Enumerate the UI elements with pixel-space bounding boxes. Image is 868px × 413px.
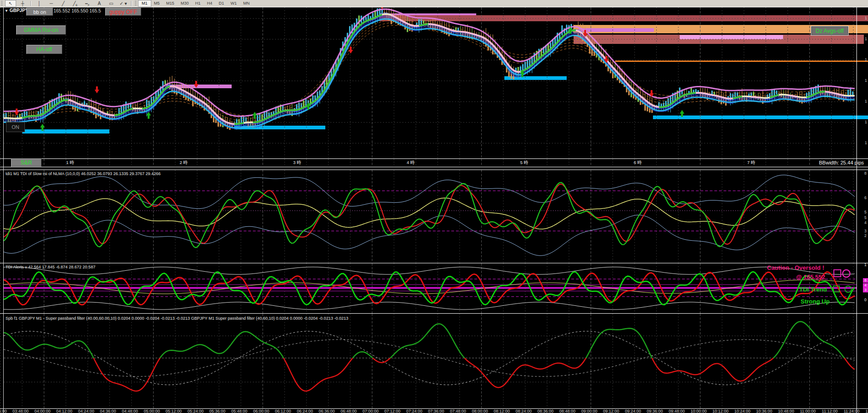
time-axis-label: 06:24:00: [297, 409, 313, 413]
price-axis-fragment: 1: [865, 78, 867, 83]
price-axis-fragment: 1: [864, 262, 867, 267]
price-axis-fragment: 1: [865, 120, 867, 124]
timeframe-H4[interactable]: H4: [204, 0, 216, 6]
time-axis-label: 10:48:00: [778, 409, 794, 413]
time-axis-label: 07:24:00: [406, 409, 422, 413]
time-axis-label: 08:24:00: [515, 409, 532, 413]
time-axis-label: 11:00:00: [800, 409, 815, 413]
sr-toggle-button[interactable]: S&R: [11, 158, 42, 167]
on-toggle-button[interactable]: ON: [6, 122, 25, 132]
fibonacci-icon[interactable]: ┅F: [82, 0, 92, 6]
price-axis-fragment: 5: [864, 210, 867, 214]
time-axis-label: 06:36:00: [319, 409, 335, 413]
time-axis-label: 05:24:00: [187, 409, 204, 413]
time-axis-label: 08:12:00: [494, 409, 510, 413]
price-axis-fragment: 3: [864, 229, 867, 233]
time-axis-label: 10:24:00: [734, 409, 750, 413]
dz-avgs-toggle-button[interactable]: Dz Avgs-off: [811, 26, 849, 36]
quote-prices: 165.552 165.550 165.5: [54, 8, 101, 13]
chart-symbol-title[interactable]: ▼ GBPJPY: [5, 8, 28, 13]
symbol-dropdown-icon[interactable]: ▼: [5, 9, 8, 13]
time-axis-label: 03:36:00: [0, 409, 7, 413]
hour-separator-label: 7 時: [747, 160, 755, 166]
alerts-axis-badge: 4: [863, 283, 868, 288]
toolbar-grip[interactable]: [1, 1, 3, 6]
price-axis-fragment: 4: [864, 220, 867, 225]
hour-separator-label: 6 時: [634, 160, 641, 166]
time-axis-label: 09:00:00: [581, 409, 597, 413]
hour-separator-label: 4 時: [407, 160, 414, 166]
time-axis-label: 08:00:00: [472, 409, 488, 413]
time-axis-label: 06:00:00: [253, 409, 269, 413]
horizontal-line-icon[interactable]: ─: [46, 0, 56, 6]
timeframe-M5[interactable]: M5: [151, 0, 163, 6]
timeframe-D1[interactable]: D1: [216, 0, 227, 6]
time-axis-label: 05:00:00: [144, 409, 160, 413]
price-axis-fragment: 1: [865, 36, 867, 41]
tdi-alerts-panel-title: TDI Alerts v 42.564 17.845 -6.874 28.672…: [6, 265, 96, 269]
time-axis-label: 09:36:00: [647, 409, 663, 413]
timeframe-MN[interactable]: MN: [240, 0, 253, 6]
hour-separator-label: 1 時: [66, 160, 74, 166]
tdi-trend-label: TDI Trend: [799, 286, 827, 293]
price-axis-fragment: 2: [864, 233, 867, 238]
trendline-icon[interactable]: ╱: [58, 0, 68, 6]
price-axis-fragment: 1: [865, 57, 867, 62]
heiken-ashi-toggle-button[interactable]: HA-off: [26, 45, 62, 54]
text-tool-icon[interactable]: A: [94, 0, 104, 6]
vertical-line-icon[interactable]: │: [34, 0, 44, 6]
text-label-icon[interactable]: ▭: [106, 0, 116, 6]
time-axis-label: 07:12:00: [384, 409, 401, 413]
hour-separator-label: 5 時: [520, 160, 528, 166]
cursor-icon[interactable]: ↖: [6, 0, 16, 6]
time-axis-label: 10:00:00: [690, 409, 706, 413]
timeframe-M15[interactable]: M15: [163, 0, 178, 6]
top-toolbar: ↖ ┼ │ ─ ╱ ╱E ┅F A ▭ ✓ ▾ M1M5M15M30H1H4D1…: [0, 0, 868, 7]
price-axis-fragment: 0: [864, 298, 867, 302]
time-axis-label: 03:48:00: [12, 409, 29, 413]
timeframe-M1[interactable]: M1: [138, 0, 151, 6]
bb-toggle-button[interactable]: bb on: [26, 8, 53, 16]
time-axis-label: 06:12:00: [275, 409, 291, 413]
time-axis-label: 07:00:00: [362, 409, 378, 413]
time-axis-label: 05:36:00: [210, 409, 226, 413]
tdi-panel-title: tdi1 M1 TDI of Slow rsi of NLMA (10,0,0)…: [6, 171, 161, 176]
price-axis-fragment: 1: [865, 16, 867, 20]
time-axis-label: 08:36:00: [538, 409, 554, 413]
time-axis-label: 09:48:00: [669, 409, 685, 413]
arrows-tool-icon[interactable]: ✓ ▾: [118, 0, 128, 6]
time-axis-label: 04:36:00: [100, 409, 116, 413]
price-axis-fragment: 8: [864, 171, 867, 176]
time-axis-label: 11:12:00: [822, 409, 838, 413]
timeframe-toolbar: M1M5M15M30H1H4D1W1MN: [138, 0, 253, 6]
alert-price-text: @ 165.552: [796, 273, 825, 280]
hour-separator-label: 3 時: [293, 160, 301, 166]
bbwidth-readout: BBwidth: 25.44 pips: [819, 160, 864, 165]
time-axis-label: 06:48:00: [341, 409, 357, 413]
time-axis-label: 07:36:00: [428, 409, 444, 413]
price-axis-fragment: 1: [865, 99, 867, 103]
caution-oversold-text: Caution - Oversold !: [767, 264, 824, 271]
spb-panel-title: Spb f1 GBPJPY M1 - Super passband filter…: [6, 316, 348, 321]
timeframe-W1[interactable]: W1: [227, 0, 240, 6]
gmma-rsi-toggle-button[interactable]: GMMA Rsi-on: [16, 25, 66, 35]
time-axis-label: 09:12:00: [603, 409, 619, 413]
equidistant-channel-icon[interactable]: ╱E: [70, 0, 80, 6]
chart-canvas: [0, 0, 868, 413]
timeframe-M30[interactable]: M30: [178, 0, 192, 6]
time-axis-label: 05:12:00: [166, 409, 182, 413]
time-axis-label: 10:36:00: [756, 409, 772, 413]
time-axis-label: 04:24:00: [78, 409, 94, 413]
toolbar-grip[interactable]: [135, 1, 137, 6]
time-axis-label: 11:24:00: [844, 409, 859, 413]
timeframe-H1[interactable]: H1: [192, 0, 204, 6]
time-axis-label: 04:00:00: [34, 409, 50, 413]
time-axis-label: 11:36:00: [866, 409, 868, 413]
alerts-axis-badge: 6: [863, 278, 868, 283]
toolbar-separator: [30, 1, 31, 6]
mt4-window: { "app": { "symbol": "GBPJPY", "prices":…: [0, 0, 868, 413]
price-axis-fragment: 6: [864, 195, 867, 200]
crosshair-icon[interactable]: ┼: [18, 0, 28, 6]
hour-separator-label: 2 時: [180, 160, 187, 166]
guppy-toggle-button[interactable]: guppy OFF: [105, 8, 141, 16]
